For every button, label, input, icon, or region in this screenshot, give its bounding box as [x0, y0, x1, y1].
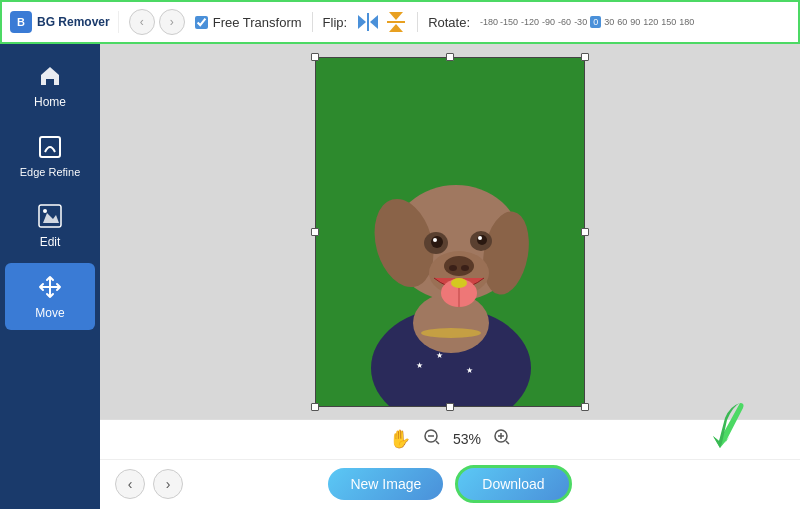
page-nav-controls: ‹ › [115, 469, 183, 499]
logo-icon: B [10, 11, 32, 33]
svg-marker-3 [389, 12, 403, 20]
divider-2 [417, 12, 418, 32]
svg-text:★: ★ [466, 366, 473, 375]
svg-rect-5 [387, 21, 405, 23]
svg-point-16 [421, 328, 481, 338]
sidebar-label-edit: Edit [40, 235, 61, 249]
sidebar-item-move[interactable]: Move [5, 263, 95, 330]
move-icon [36, 273, 64, 301]
flip-controls [357, 11, 407, 33]
handle-middle-left[interactable] [311, 228, 319, 236]
image-frame: ★ ★ ★ ★ [315, 57, 585, 407]
svg-marker-1 [370, 15, 378, 29]
svg-point-8 [43, 209, 47, 213]
free-transform-checkbox[interactable] [195, 16, 208, 29]
rotate-label: Rotate: [428, 15, 470, 30]
dog-image: ★ ★ ★ ★ [316, 58, 585, 407]
sidebar-item-edit[interactable]: Edit [5, 192, 95, 259]
handle-bottom-left[interactable] [311, 403, 319, 411]
image-container[interactable]: ★ ★ ★ ★ [315, 57, 585, 407]
svg-point-21 [444, 256, 474, 276]
edge-refine-icon [36, 133, 64, 161]
sidebar-item-home[interactable]: Home [5, 52, 95, 119]
svg-point-22 [449, 265, 457, 271]
app-logo: B BG Remover [10, 11, 119, 33]
flip-vertical-button[interactable] [385, 11, 407, 33]
download-button[interactable]: Download [455, 465, 571, 503]
forward-button[interactable]: › [159, 9, 185, 35]
flip-horizontal-button[interactable] [357, 11, 379, 33]
zoom-out-icon[interactable] [423, 428, 441, 450]
divider-1 [312, 12, 313, 32]
free-transform-control[interactable]: Free Transform [195, 15, 302, 30]
handle-bottom-right[interactable] [581, 403, 589, 411]
back-button[interactable]: ‹ [129, 9, 155, 35]
edit-icon [36, 202, 64, 230]
svg-marker-4 [389, 24, 403, 32]
sidebar-label-edge-refine: Edge Refine [20, 166, 81, 178]
svg-text:★: ★ [416, 361, 423, 370]
sidebar-label-home: Home [34, 95, 66, 109]
toolbar-nav: ‹ › [129, 9, 185, 35]
new-image-button[interactable]: New Image [328, 468, 443, 500]
svg-text:★: ★ [436, 351, 443, 360]
handle-bottom-middle[interactable] [446, 403, 454, 411]
home-icon [36, 62, 64, 90]
rotate-scale[interactable]: -180 -150 -120 -90 -60 -30 0 30 60 90 12… [480, 16, 695, 28]
sidebar-item-edge-refine[interactable]: Edge Refine [5, 123, 95, 188]
app-title: BG Remover [37, 15, 110, 29]
svg-line-35 [436, 441, 439, 444]
svg-point-30 [433, 238, 437, 242]
download-arrow [695, 398, 745, 457]
sidebar-label-move: Move [35, 306, 64, 320]
svg-point-32 [451, 278, 467, 288]
svg-rect-2 [367, 13, 369, 31]
svg-point-23 [461, 265, 469, 271]
download-button-container: Download [455, 465, 571, 503]
hand-tool-icon[interactable]: ✋ [389, 428, 411, 450]
zoom-in-icon[interactable] [493, 428, 511, 450]
svg-marker-0 [358, 15, 366, 29]
flip-label: Flip: [323, 15, 348, 30]
bottom-controls: ✋ 53% ‹ › [100, 419, 800, 509]
svg-point-29 [477, 235, 487, 245]
action-bar: ‹ › New Image Download [100, 460, 800, 509]
next-button[interactable]: › [153, 469, 183, 499]
free-transform-label: Free Transform [213, 15, 302, 30]
canvas-workspace[interactable]: ★ ★ ★ ★ [100, 44, 800, 419]
zoom-percent: 53% [453, 431, 481, 447]
handle-middle-right[interactable] [581, 228, 589, 236]
svg-point-28 [431, 236, 443, 248]
prev-button[interactable]: ‹ [115, 469, 145, 499]
svg-point-31 [478, 236, 482, 240]
svg-line-39 [506, 441, 509, 444]
handle-top-middle[interactable] [446, 53, 454, 61]
canvas-area: ★ ★ ★ ★ [100, 44, 800, 509]
handle-top-left[interactable] [311, 53, 319, 61]
sidebar: Home Edge Refine [0, 44, 100, 509]
handle-top-right[interactable] [581, 53, 589, 61]
